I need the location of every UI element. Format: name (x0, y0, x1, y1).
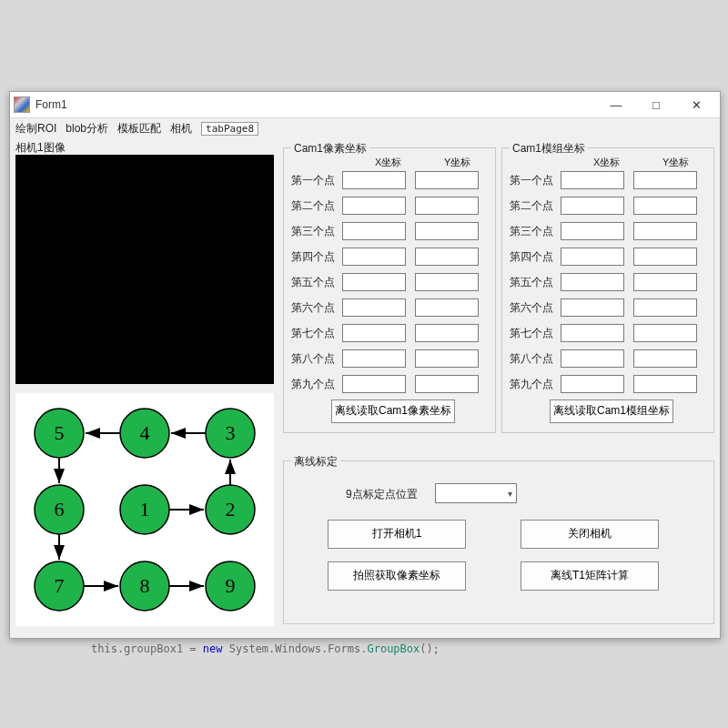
menu-roi[interactable]: 绘制ROI (15, 121, 56, 136)
pixel-coord-group: Cam1像素坐标 X坐标 Y坐标 第一个点第二个点第三个点第四个点第五个点第六个… (283, 147, 496, 433)
module-row: 第九个点 (510, 374, 706, 394)
module-y-input[interactable] (633, 375, 697, 393)
pixel-row-label: 第一个点 (291, 173, 342, 188)
read-pixel-button[interactable]: 离线读取Cam1像素坐标 (331, 399, 455, 423)
pixel-x-input[interactable] (342, 248, 406, 266)
module-x-input[interactable] (561, 222, 624, 240)
pixel-y-input[interactable] (415, 171, 479, 189)
pixel-row-label: 第六个点 (291, 300, 342, 316)
module-row-label: 第二个点 (510, 198, 561, 214)
module-x-input[interactable] (561, 298, 624, 317)
pixel-y-input[interactable] (415, 349, 479, 368)
pixel-y-input[interactable] (415, 273, 479, 291)
pixel-x-input[interactable] (342, 324, 406, 342)
module-y-input[interactable] (633, 222, 697, 240)
pixel-group-title: Cam1像素坐标 (291, 141, 369, 157)
svg-text:8: 8 (140, 574, 150, 597)
offline-group-title: 离线标定 (291, 454, 340, 470)
pixel-x-header: X坐标 (375, 156, 401, 169)
pixel-row-label: 第九个点 (291, 377, 342, 392)
pixel-row: 第四个点 (291, 247, 488, 267)
pixel-y-input[interactable] (415, 324, 479, 342)
capture-pixel-button[interactable]: 拍照获取像素坐标 (328, 561, 466, 591)
minimize-button[interactable]: — (596, 92, 636, 117)
module-row-label: 第三个点 (510, 224, 561, 239)
calc-matrix-button[interactable]: 离线T1矩阵计算 (521, 561, 659, 591)
pixel-row-label: 第七个点 (291, 326, 342, 341)
close-camera-button[interactable]: 关闭相机 (521, 520, 659, 549)
module-x-input[interactable] (561, 248, 624, 266)
window-title: Form1 (35, 98, 67, 111)
pixel-row: 第九个点 (291, 374, 488, 394)
content-area: 相机1图像 5 4 3 6 1 2 7 8 9 (10, 138, 720, 638)
module-row-label: 第七个点 (510, 326, 561, 341)
menu-blob[interactable]: blob分析 (66, 121, 108, 136)
menu-camera[interactable]: 相机 (170, 121, 192, 136)
module-y-input[interactable] (633, 298, 697, 317)
menubar: 绘制ROI blob分析 模板匹配 相机 tabPage8 (10, 118, 720, 138)
pixel-row-label: 第四个点 (291, 249, 342, 265)
module-y-input[interactable] (633, 273, 697, 291)
read-module-button[interactable]: 离线读取Cam1模组坐标 (550, 399, 673, 423)
pixel-x-input[interactable] (342, 298, 406, 317)
open-camera-button[interactable]: 打开相机1 (328, 520, 466, 549)
svg-text:2: 2 (226, 498, 236, 521)
chevron-down-icon: ▾ (508, 489, 512, 499)
pixel-y-header: Y坐标 (444, 156, 470, 169)
background-code-line: this.groupBox1 = new System.Windows.Form… (91, 642, 440, 655)
close-button[interactable]: ✕ (676, 92, 716, 117)
module-coord-group: Cam1模组坐标 X坐标 Y坐标 第一个点第二个点第三个点第四个点第五个点第六个… (501, 147, 714, 433)
module-row-label: 第九个点 (510, 377, 561, 392)
module-y-input[interactable] (633, 171, 697, 189)
cam1-image-view (15, 155, 274, 384)
maximize-button[interactable]: □ (636, 92, 676, 117)
module-x-input[interactable] (561, 324, 624, 342)
pixel-y-input[interactable] (415, 298, 479, 317)
module-y-input[interactable] (633, 324, 697, 342)
menu-template[interactable]: 模板匹配 (117, 121, 161, 136)
pixel-x-input[interactable] (342, 273, 406, 291)
module-row: 第八个点 (510, 349, 706, 369)
pixel-x-input[interactable] (342, 349, 406, 368)
module-x-header: X坐标 (593, 156, 620, 169)
nine-point-combo[interactable]: ▾ (435, 483, 517, 503)
pixel-row: 第一个点 (291, 170, 488, 190)
module-y-input[interactable] (633, 349, 697, 368)
pixel-x-input[interactable] (342, 375, 406, 393)
pixel-y-input[interactable] (415, 375, 479, 393)
module-x-input[interactable] (561, 197, 624, 215)
pixel-y-input[interactable] (415, 222, 479, 240)
module-row: 第四个点 (510, 247, 706, 267)
pixel-x-input[interactable] (342, 171, 406, 189)
module-y-input[interactable] (633, 197, 697, 215)
pixel-x-input[interactable] (342, 222, 406, 240)
module-row: 第五个点 (510, 272, 706, 292)
svg-text:7: 7 (55, 574, 65, 597)
pixel-x-input[interactable] (342, 197, 406, 215)
svg-text:5: 5 (55, 421, 65, 444)
module-row: 第三个点 (510, 221, 706, 241)
module-row: 第七个点 (510, 323, 706, 343)
pixel-row: 第七个点 (291, 323, 488, 343)
module-x-input[interactable] (561, 273, 624, 291)
pixel-row: 第三个点 (291, 221, 488, 241)
module-x-input[interactable] (561, 171, 624, 189)
module-y-input[interactable] (633, 248, 697, 266)
pixel-row: 第五个点 (291, 272, 488, 292)
pixel-y-input[interactable] (415, 248, 479, 266)
titlebar: Form1 — □ ✕ (10, 92, 720, 118)
module-row-label: 第五个点 (510, 275, 561, 290)
module-row-label: 第六个点 (510, 300, 561, 316)
module-x-input[interactable] (561, 349, 624, 368)
pixel-row: 第六个点 (291, 298, 488, 318)
module-x-input[interactable] (561, 375, 624, 393)
app-window: Form1 — □ ✕ 绘制ROI blob分析 模板匹配 相机 tabPage… (9, 91, 721, 639)
module-row: 第六个点 (510, 298, 706, 318)
pixel-y-input[interactable] (415, 197, 479, 215)
pixel-row: 第八个点 (291, 349, 488, 369)
tab-page-8[interactable]: tabPage8 (201, 122, 258, 136)
pixel-row-label: 第八个点 (291, 351, 342, 367)
nine-point-diagram: 5 4 3 6 1 2 7 8 9 (15, 393, 274, 626)
pixel-row-label: 第二个点 (291, 198, 342, 214)
svg-text:6: 6 (55, 498, 65, 521)
